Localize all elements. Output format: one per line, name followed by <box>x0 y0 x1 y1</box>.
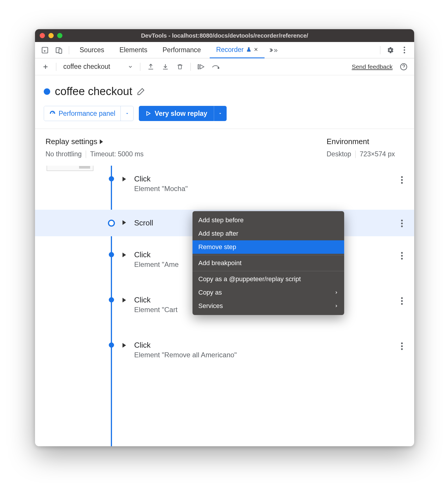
replay-dropdown-caret[interactable] <box>214 106 227 121</box>
import-icon[interactable] <box>160 61 171 73</box>
tab-label: Recorder <box>216 46 244 54</box>
new-recording-icon[interactable] <box>40 61 51 73</box>
timeout-value: Timeout: 5000 ms <box>90 150 144 158</box>
more-menu-icon[interactable] <box>398 44 410 56</box>
throttle-value: No throttling <box>46 150 82 158</box>
send-feedback-link[interactable]: Send feedback <box>352 63 393 70</box>
inspect-element-icon[interactable] <box>39 44 51 56</box>
context-menu: Add step before Add step after Remove st… <box>192 211 344 315</box>
tab-elements[interactable]: Elements <box>113 42 154 58</box>
steps-timeline: Click Element "Mocha" Scroll Click Eleme… <box>35 166 414 446</box>
performance-panel-button[interactable]: Performance panel <box>44 106 134 121</box>
expand-arrow-icon[interactable] <box>123 343 126 348</box>
recording-status-icon <box>44 88 50 95</box>
expand-arrow-icon[interactable] <box>123 253 126 257</box>
close-window-button[interactable] <box>40 33 45 38</box>
recording-header: coffee checkout Performance panel Very s… <box>35 75 414 129</box>
chevron-down-icon <box>128 64 133 69</box>
menu-add-step-after[interactable]: Add step after <box>192 227 344 240</box>
separator <box>69 46 69 54</box>
separator <box>355 150 356 158</box>
menu-separator <box>192 271 344 271</box>
step-dot-icon <box>109 176 114 181</box>
recording-title: coffee checkout <box>55 85 132 98</box>
separator <box>86 150 86 158</box>
flask-icon <box>246 47 251 52</box>
settings-icon[interactable] <box>384 44 396 56</box>
main-tabbar: Sources Elements Performance Recorder ✕ … <box>35 42 414 58</box>
separator <box>56 63 56 71</box>
chevron-right-icon <box>100 139 103 144</box>
separator <box>380 46 380 54</box>
step-menu-icon[interactable] <box>398 176 405 184</box>
delete-icon[interactable] <box>174 61 186 73</box>
devtools-window: DevTools - localhost:8080/docs/devtools/… <box>35 29 414 446</box>
svg-point-4 <box>218 67 219 69</box>
button-label: Very slow replay <box>155 110 207 118</box>
svg-rect-3 <box>198 64 199 69</box>
tab-label: Sources <box>80 46 104 54</box>
step-subtitle: Element "Remove all Americano" <box>134 351 400 359</box>
perf-dropdown-caret[interactable] <box>120 106 133 121</box>
gauge-icon <box>49 110 56 117</box>
help-icon[interactable] <box>398 61 410 73</box>
play-icon <box>145 111 151 116</box>
export-icon[interactable] <box>145 61 157 73</box>
chevron-right-icon <box>334 290 338 295</box>
step-menu-icon[interactable] <box>398 252 405 260</box>
recording-dropdown[interactable]: coffee checkout <box>61 63 135 71</box>
step-play-icon[interactable] <box>195 61 207 73</box>
menu-add-step-before[interactable]: Add step before <box>192 214 344 227</box>
expand-arrow-icon[interactable] <box>123 298 126 302</box>
titlebar: DevTools - localhost:8080/docs/devtools/… <box>35 29 414 42</box>
menu-copy-puppeteer[interactable]: Copy as a @puppeteer/replay script <box>192 272 344 286</box>
expand-arrow-icon[interactable] <box>123 220 126 225</box>
expand-arrow-icon[interactable] <box>123 177 126 181</box>
more-tabs-icon[interactable]: » <box>267 44 279 56</box>
tab-recorder[interactable]: Recorder ✕ <box>210 42 265 58</box>
step-subtitle: Element "Mocha" <box>134 185 400 193</box>
recorder-toolbar: coffee checkout Send feedback <box>35 58 414 75</box>
step-dot-icon <box>109 297 114 302</box>
step-over-icon[interactable] <box>210 61 222 73</box>
minimize-window-button[interactable] <box>48 33 54 38</box>
device-value: Desktop <box>327 150 351 158</box>
svg-rect-0 <box>42 47 48 53</box>
step-title: Click <box>134 341 400 350</box>
step-menu-icon[interactable] <box>398 342 405 350</box>
tab-label: Performance <box>162 46 201 54</box>
step-dot-icon <box>109 252 114 257</box>
maximize-window-button[interactable] <box>57 33 62 38</box>
replay-settings-toggle[interactable]: Replay settings <box>46 137 309 146</box>
replay-button[interactable]: Very slow replay <box>139 106 226 121</box>
svg-rect-2 <box>59 49 62 53</box>
menu-add-breakpoint[interactable]: Add breakpoint <box>192 256 344 270</box>
tab-sources[interactable]: Sources <box>73 42 111 58</box>
button-label: Performance panel <box>59 110 115 118</box>
traffic-lights <box>40 33 62 38</box>
recording-name: coffee checkout <box>63 63 110 71</box>
environment-label: Environment <box>327 137 369 146</box>
tab-label: Elements <box>119 46 147 54</box>
separator <box>190 63 191 71</box>
tab-performance[interactable]: Performance <box>156 42 207 58</box>
step-row[interactable]: Click Element "Remove all Americano" <box>35 335 414 364</box>
viewport-value: 723×574 px <box>360 150 395 158</box>
chevron-right-icon <box>334 304 338 308</box>
close-tab-icon[interactable]: ✕ <box>254 46 258 53</box>
window-title: DevTools - localhost:8080/docs/devtools/… <box>35 32 414 39</box>
step-row[interactable]: Click Element "Mocha" <box>35 169 414 198</box>
step-dot-icon <box>109 342 114 348</box>
step-menu-icon[interactable] <box>398 220 405 227</box>
separator <box>140 63 140 71</box>
menu-separator <box>192 255 344 255</box>
device-toolbar-icon[interactable] <box>53 44 65 56</box>
step-dot-icon <box>108 220 115 227</box>
menu-services[interactable]: Services <box>192 299 344 313</box>
menu-remove-step[interactable]: Remove step <box>192 240 344 254</box>
settings-row: Replay settings No throttling Timeout: 5… <box>35 129 414 166</box>
edit-title-icon[interactable] <box>137 88 145 96</box>
menu-copy-as[interactable]: Copy as <box>192 286 344 299</box>
step-title: Click <box>134 174 400 183</box>
step-menu-icon[interactable] <box>398 297 405 305</box>
